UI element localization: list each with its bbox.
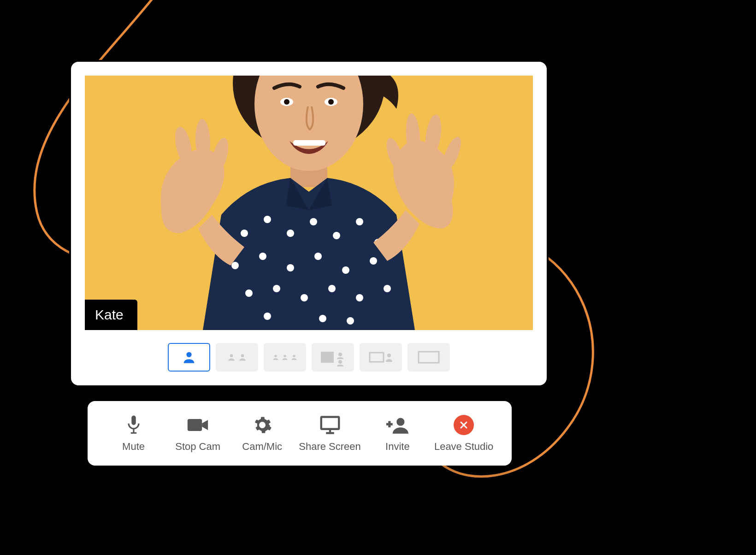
svg-point-23: [301, 294, 308, 301]
svg-point-10: [287, 230, 294, 237]
layout-single[interactable]: [168, 343, 210, 372]
svg-rect-48: [419, 352, 439, 363]
svg-point-2: [254, 76, 363, 171]
svg-point-28: [319, 315, 326, 322]
person-icon: [281, 354, 289, 361]
svg-point-18: [314, 253, 322, 260]
svg-point-29: [347, 317, 354, 325]
share-screen-label: Share Screen: [299, 441, 361, 453]
person-icon: [227, 353, 236, 362]
svg-point-24: [328, 285, 336, 292]
participant-video: [129, 76, 489, 330]
layout-picker: [85, 330, 533, 372]
svg-point-9: [264, 216, 271, 223]
invite-button[interactable]: Invite: [370, 414, 425, 453]
person-icon: [290, 354, 298, 361]
leave-studio-label: Leave Studio: [434, 441, 493, 453]
svg-point-21: [245, 289, 253, 297]
svg-rect-7: [293, 140, 325, 146]
cam-mic-label: Cam/Mic: [242, 441, 282, 453]
svg-point-22: [273, 285, 280, 292]
layout-side-by-side[interactable]: [360, 343, 402, 372]
cam-mic-button[interactable]: Cam/Mic: [235, 414, 290, 453]
layout-one-plus-two[interactable]: [312, 343, 354, 372]
svg-rect-53: [321, 417, 339, 429]
microphone-icon: [123, 414, 145, 436]
svg-point-17: [287, 264, 294, 272]
layout-icon: [367, 348, 395, 366]
svg-point-44: [338, 353, 342, 356]
svg-point-19: [342, 266, 349, 274]
svg-point-4: [284, 99, 289, 105]
svg-point-56: [397, 418, 405, 426]
person-icon: [272, 354, 279, 361]
svg-point-39: [241, 354, 244, 357]
layout-full[interactable]: [408, 343, 450, 372]
camera-icon: [187, 414, 209, 436]
svg-point-25: [356, 294, 363, 301]
svg-rect-46: [370, 353, 384, 362]
layout-two-up[interactable]: [216, 343, 258, 372]
svg-rect-52: [188, 419, 202, 431]
person-icon: [181, 349, 197, 365]
mute-label: Mute: [122, 441, 145, 453]
studio-window: Kate: [69, 60, 549, 387]
gear-icon: [251, 414, 273, 436]
person-icon: [238, 353, 247, 362]
svg-point-26: [384, 285, 391, 292]
share-screen-button[interactable]: Share Screen: [299, 414, 361, 453]
svg-point-27: [264, 313, 271, 320]
svg-point-42: [293, 355, 295, 357]
layout-icon: [415, 348, 443, 366]
invite-label: Invite: [385, 441, 410, 453]
leave-studio-button[interactable]: Leave Studio: [434, 414, 493, 453]
control-bar: Mute Stop Cam Cam/Mic Share Screen: [88, 401, 512, 466]
svg-point-12: [333, 232, 340, 239]
svg-point-20: [370, 257, 377, 265]
add-person-icon: [386, 414, 408, 436]
participant-name: Kate: [95, 307, 124, 322]
svg-point-40: [274, 355, 277, 357]
svg-rect-43: [321, 352, 334, 363]
svg-point-6: [328, 99, 334, 105]
svg-point-37: [186, 352, 191, 357]
stop-cam-button[interactable]: Stop Cam: [170, 414, 225, 453]
video-area: Kate: [85, 76, 533, 330]
svg-point-8: [241, 230, 248, 237]
stop-cam-label: Stop Cam: [175, 441, 220, 453]
svg-point-45: [338, 360, 342, 364]
svg-point-41: [284, 355, 286, 357]
layout-three-up[interactable]: [264, 343, 306, 372]
svg-point-47: [387, 354, 391, 357]
svg-point-38: [230, 354, 233, 357]
svg-point-15: [231, 262, 239, 269]
svg-point-11: [310, 218, 317, 225]
monitor-icon: [319, 414, 341, 436]
close-icon: [453, 414, 475, 436]
svg-point-16: [259, 253, 266, 260]
layout-icon: [319, 348, 347, 366]
svg-rect-49: [131, 416, 136, 425]
mute-button[interactable]: Mute: [106, 414, 161, 453]
participant-name-tag: Kate: [85, 300, 137, 330]
svg-point-13: [356, 218, 363, 225]
